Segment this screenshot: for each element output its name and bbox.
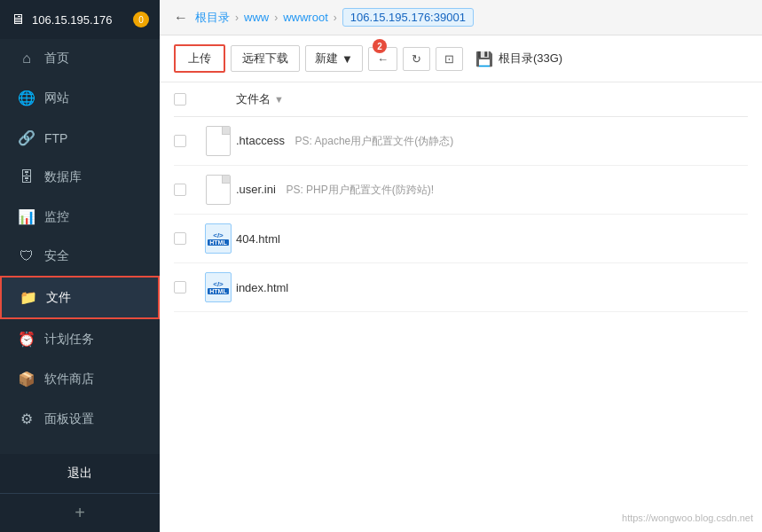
sidebar-item-home-label: 首页	[44, 51, 69, 66]
sidebar-item-database[interactable]: 🗄 数据库	[0, 158, 160, 197]
html-label-text: HTML	[208, 288, 228, 294]
home-icon: ⌂	[18, 51, 35, 66]
add-server-button[interactable]: +	[75, 503, 85, 522]
breadcrumb: ← 根目录 › www › wwwroot › 106.15.195.176:3…	[160, 0, 762, 35]
checkbox-index[interactable]	[174, 281, 186, 293]
new-dropdown-icon: ▼	[342, 52, 353, 66]
schedule-icon: ⏰	[18, 331, 35, 348]
sidebar-item-website-label: 网站	[44, 90, 69, 106]
sidebar-nav: ⌂ 首页 🌐 网站 🔗 FTP 🗄 数据库 📊 监控 🛡 安全 📁 文件 ⏰	[0, 39, 160, 454]
view-button[interactable]: ⊡	[436, 47, 463, 71]
sidebar-header: 🖥 106.15.195.176 0	[0, 0, 160, 39]
refresh-button[interactable]: ↻	[403, 47, 430, 71]
file-name-userini: .user.ini PS: PHP用户配置文件(防跨站)!	[236, 183, 748, 198]
sidebar-footer: +	[0, 493, 160, 532]
table-row[interactable]: .htaccess PS: Apache用户配置文件(伪静态)	[174, 117, 748, 166]
notification-badge: 0	[133, 12, 149, 27]
sort-icon[interactable]: ▼	[274, 94, 284, 105]
table-row[interactable]: </> HTML index.html	[174, 263, 748, 312]
sidebar-item-schedule-label: 计划任务	[44, 332, 94, 348]
ftp-icon: 🔗	[18, 129, 35, 146]
watermark: https://wongwoo.blog.csdn.net	[622, 512, 753, 523]
sidebar-item-schedule[interactable]: ⏰ 计划任务	[0, 319, 160, 359]
file-list: 文件名 ▼ .htaccess PS: Apache用户配置文件(伪静态)	[160, 82, 762, 532]
row-check-index[interactable]	[174, 281, 200, 293]
monitor-nav-icon: 📊	[18, 208, 35, 225]
doc-icon	[206, 126, 231, 156]
sidebar-item-monitor[interactable]: 📊 监控	[0, 197, 160, 237]
remote-download-button[interactable]: 远程下载	[231, 45, 300, 72]
file-icon-userini	[200, 175, 236, 205]
files-icon: 📁	[20, 289, 37, 306]
new-button[interactable]: 新建 ▼	[305, 45, 363, 72]
sidebar-item-ftp[interactable]: 🔗 FTP	[0, 118, 160, 158]
logout-button[interactable]: 退出	[0, 454, 160, 493]
table-row[interactable]: </> HTML 404.html	[174, 215, 748, 263]
doc-icon	[206, 175, 231, 205]
html-tag-text: </>	[213, 280, 224, 288]
disk-icon: 💾	[475, 51, 493, 67]
sidebar-item-home[interactable]: ⌂ 首页	[0, 39, 160, 78]
file-name-404: 404.html	[236, 232, 748, 246]
store-icon: 📦	[18, 371, 35, 387]
name-col-header: 文件名 ▼	[236, 91, 748, 107]
step2-badge: 2	[373, 39, 387, 53]
html-icon: </> HTML	[205, 223, 232, 254]
file-icon-404: </> HTML	[200, 223, 236, 254]
file-name-htaccess: .htaccess PS: Apache用户配置文件(伪静态)	[236, 134, 748, 149]
html-tag-text: </>	[213, 231, 224, 239]
checkbox-userini[interactable]	[174, 184, 186, 196]
sidebar-item-security-label: 安全	[44, 248, 69, 264]
sidebar-item-ftp-label: FTP	[44, 131, 67, 145]
disk-info: 💾 根目录(33G)	[475, 51, 562, 67]
sidebar-item-files[interactable]: 📁 文件	[0, 276, 160, 319]
breadcrumb-wwwroot[interactable]: wwwroot	[283, 11, 328, 24]
name-col-label: 文件名	[236, 91, 271, 107]
sidebar-item-files-label: 文件	[46, 290, 71, 306]
breadcrumb-sep-1: ›	[235, 12, 239, 24]
file-desc-userini: PS: PHP用户配置文件(防跨站)!	[286, 184, 434, 196]
row-check-htaccess[interactable]	[174, 135, 200, 147]
checkbox-404[interactable]	[174, 232, 186, 245]
sidebar: 🖥 106.15.195.176 0 ⌂ 首页 🌐 网站 🔗 FTP 🗄 数据库…	[0, 0, 160, 532]
breadcrumb-sep-2: ›	[274, 12, 278, 24]
row-check-404[interactable]	[174, 232, 200, 245]
file-name-text: .user.ini	[236, 183, 276, 196]
file-desc-htaccess: PS: Apache用户配置文件(伪静态)	[295, 135, 454, 147]
breadcrumb-www[interactable]: www	[244, 11, 269, 24]
main-content: ← 根目录 › www › wwwroot › 106.15.195.176:3…	[160, 0, 762, 532]
breadcrumb-sep-3: ›	[334, 12, 337, 24]
file-icon-htaccess	[200, 126, 236, 156]
breadcrumb-root[interactable]: 根目录	[195, 10, 230, 26]
check-all-col[interactable]	[174, 93, 200, 106]
security-icon: 🛡	[18, 248, 35, 264]
sidebar-item-store-label: 软件商店	[44, 372, 94, 387]
file-list-header: 文件名 ▼	[174, 82, 748, 117]
breadcrumb-back-button[interactable]: ←	[174, 10, 188, 26]
sidebar-item-database-label: 数据库	[44, 169, 82, 185]
html-label-text: HTML	[208, 239, 228, 246]
table-row[interactable]: .user.ini PS: PHP用户配置文件(防跨站)!	[174, 166, 748, 215]
monitor-icon: 🖥	[11, 12, 25, 27]
website-icon: 🌐	[18, 90, 35, 106]
toolbar: 上传 远程下载 新建 ▼ ← ↻ ⊡ 💾 根目录(33G) 1 2	[160, 35, 762, 82]
sidebar-item-security[interactable]: 🛡 安全	[0, 237, 160, 276]
sidebar-item-store[interactable]: 📦 软件商店	[0, 359, 160, 399]
file-icon-index: </> HTML	[200, 272, 236, 302]
sidebar-item-monitor-label: 监控	[44, 209, 69, 225]
check-all-checkbox[interactable]	[174, 93, 186, 106]
file-name-index: index.html	[236, 281, 748, 294]
disk-info-text: 根目录(33G)	[499, 51, 562, 66]
sidebar-item-panel[interactable]: ⚙ 面板设置	[0, 399, 160, 439]
panel-icon: ⚙	[18, 411, 35, 427]
row-check-userini[interactable]	[174, 184, 200, 196]
html-icon: </> HTML	[205, 272, 232, 302]
file-name-text: .htaccess	[236, 134, 285, 147]
file-name-text: 404.html	[236, 232, 280, 246]
database-icon: 🗄	[18, 169, 35, 185]
upload-button[interactable]: 上传	[174, 44, 225, 73]
checkbox-htaccess[interactable]	[174, 135, 186, 147]
breadcrumb-current[interactable]: 106.15.195.176:39001	[342, 8, 474, 27]
file-name-text: index.html	[236, 281, 288, 294]
sidebar-item-website[interactable]: 🌐 网站	[0, 78, 160, 118]
